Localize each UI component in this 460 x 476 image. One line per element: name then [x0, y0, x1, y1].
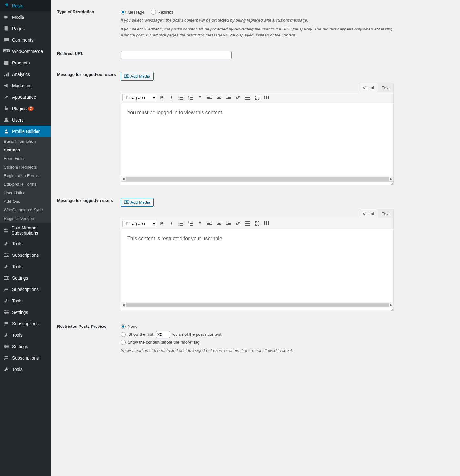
- editor-body[interactable]: This content is restricted for your user…: [121, 229, 394, 302]
- numbered-list-icon[interactable]: 123: [186, 94, 195, 102]
- editor-loggedout: Visual Text Paragraph B I 123 ❝: [121, 83, 394, 185]
- scroll-left-icon[interactable]: ◀: [121, 176, 126, 181]
- editor-resize-handle[interactable]: [121, 182, 394, 185]
- bullet-list-icon[interactable]: [177, 94, 185, 102]
- align-left-icon[interactable]: [205, 220, 214, 228]
- sidebar-item-settings[interactable]: Settings: [0, 272, 51, 284]
- sidebar-item-tools[interactable]: Tools: [0, 295, 51, 307]
- tab-visual[interactable]: Visual: [359, 209, 378, 218]
- italic-icon[interactable]: I: [167, 94, 176, 102]
- submenu-item-settings[interactable]: Settings: [0, 146, 51, 154]
- sidebar-item-tools[interactable]: Tools: [0, 261, 51, 272]
- sidebar-item-posts[interactable]: Posts: [0, 0, 51, 11]
- sidebar-item-users[interactable]: Users: [0, 114, 51, 126]
- tab-text[interactable]: Text: [378, 83, 394, 92]
- align-center-icon[interactable]: [215, 94, 223, 102]
- sidebar-item-settings[interactable]: Settings: [0, 341, 51, 352]
- sidebar-item-subscriptions[interactable]: Subscriptions: [0, 249, 51, 261]
- sidebar-item-woocommerce[interactable]: WooWooCommerce: [0, 46, 51, 57]
- align-left-icon[interactable]: [205, 94, 214, 102]
- svg-rect-6: [4, 75, 5, 76]
- submenu-item-form-fields[interactable]: Form Fields: [0, 154, 51, 163]
- read-more-icon[interactable]: [243, 220, 252, 228]
- submenu-item-edit-profile-forms[interactable]: Edit-profile Forms: [0, 180, 51, 188]
- sidebar-item-comments[interactable]: Comments: [0, 34, 51, 46]
- sidebar-item-plugins[interactable]: Plugins7: [0, 103, 51, 114]
- sub-icon: [3, 321, 10, 327]
- quote-icon[interactable]: ❝: [196, 220, 204, 228]
- submenu-item-basic-information[interactable]: Basic Information: [0, 137, 51, 146]
- numbered-list-icon[interactable]: 123: [186, 220, 195, 228]
- sidebar-item-settings[interactable]: Settings: [0, 307, 51, 318]
- sidebar-item-media[interactable]: Media: [0, 11, 51, 23]
- add-media-button[interactable]: Add Media: [121, 198, 154, 207]
- tab-text[interactable]: Text: [378, 209, 394, 218]
- submenu-item-custom-redirects[interactable]: Custom Redirects: [0, 163, 51, 171]
- sidebar-item-subscriptions[interactable]: Subscriptions: [0, 284, 51, 295]
- redirect-url-input[interactable]: [121, 51, 232, 59]
- scroll-left-icon[interactable]: ◀: [121, 302, 126, 307]
- link-icon[interactable]: [234, 220, 243, 228]
- quote-icon[interactable]: ❝: [196, 94, 204, 102]
- fullscreen-icon[interactable]: [253, 94, 262, 102]
- radio-redirect[interactable]: Redirect: [151, 10, 173, 15]
- preview-words-input[interactable]: [156, 331, 170, 338]
- radio-message[interactable]: Message: [121, 10, 144, 15]
- format-select[interactable]: Paragraph: [122, 94, 157, 101]
- sidebar-item-products[interactable]: Products: [0, 57, 51, 69]
- svg-point-22: [5, 276, 6, 277]
- radio-preview-more[interactable]: Show the content before the "more" tag: [121, 340, 200, 345]
- toolbar-toggle-icon[interactable]: [262, 94, 271, 102]
- sidebar-item-appearance[interactable]: Appearance: [0, 91, 51, 103]
- svg-rect-48: [190, 97, 193, 98]
- align-center-icon[interactable]: [215, 220, 223, 228]
- add-media-button[interactable]: Add Media: [121, 72, 154, 81]
- svg-rect-86: [217, 222, 221, 222]
- submenu-item-woocommerce-sync[interactable]: WooCommerce Sync: [0, 206, 51, 214]
- sidebar-item-subscriptions[interactable]: Subscriptions: [0, 352, 51, 364]
- fullscreen-icon[interactable]: [253, 220, 262, 228]
- help-text: Show a portion of the restricted post to…: [121, 347, 394, 354]
- svg-point-75: [179, 225, 180, 226]
- link-icon[interactable]: [234, 94, 243, 102]
- read-more-icon[interactable]: [243, 94, 252, 102]
- svg-rect-59: [226, 98, 231, 99]
- toolbar-toggle-icon[interactable]: [262, 220, 271, 228]
- editor-resize-handle[interactable]: [121, 307, 394, 311]
- format-select[interactable]: Paragraph: [122, 220, 157, 227]
- sidebar-item-tools[interactable]: Tools: [0, 364, 51, 375]
- scroll-right-icon[interactable]: ▶: [389, 302, 393, 307]
- radio-preview-first[interactable]: [121, 332, 126, 337]
- radio-preview-none[interactable]: None: [121, 324, 137, 329]
- align-right-icon[interactable]: [224, 220, 233, 228]
- align-right-icon[interactable]: [224, 94, 233, 102]
- svg-rect-85: [207, 224, 212, 225]
- bold-icon[interactable]: B: [157, 94, 166, 102]
- scroll-right-icon[interactable]: ▶: [389, 176, 393, 181]
- preview-first-text-a: Show the first: [128, 332, 153, 337]
- sidebar-item-paid-member-subscriptions[interactable]: Paid Member Subscriptions: [0, 223, 51, 238]
- sidebar-item-label: Settings: [12, 344, 28, 349]
- editor-body[interactable]: You must be logged in to view this conte…: [121, 103, 394, 176]
- sidebar-item-tools[interactable]: Tools: [0, 329, 51, 341]
- sidebar-item-marketing[interactable]: Marketing: [0, 80, 51, 91]
- tab-visual[interactable]: Visual: [359, 83, 378, 92]
- pms-icon: [3, 227, 9, 234]
- editor-scrollbar[interactable]: ◀ ▶: [121, 302, 394, 307]
- bullet-list-icon[interactable]: [177, 220, 185, 228]
- bold-icon[interactable]: B: [157, 220, 166, 228]
- comment-icon: [3, 37, 10, 43]
- sidebar-item-profile-builder[interactable]: Profile Builder: [0, 126, 51, 137]
- sidebar-item-analytics[interactable]: Analytics: [0, 69, 51, 80]
- svg-rect-83: [207, 222, 212, 222]
- svg-point-36: [5, 347, 6, 349]
- sidebar-item-subscriptions[interactable]: Subscriptions: [0, 318, 51, 329]
- italic-icon[interactable]: I: [167, 220, 176, 228]
- submenu-item-user-listing[interactable]: User Listing: [0, 188, 51, 197]
- submenu-item-registration-forms[interactable]: Registration Forms: [0, 171, 51, 180]
- sidebar-item-pages[interactable]: Pages: [0, 23, 51, 34]
- submenu-item-add-ons[interactable]: Add-Ons: [0, 197, 51, 206]
- submenu-item-register-version[interactable]: Register Version: [0, 214, 51, 223]
- sidebar-item-tools[interactable]: Tools: [0, 238, 51, 249]
- editor-scrollbar[interactable]: ◀ ▶: [121, 176, 394, 182]
